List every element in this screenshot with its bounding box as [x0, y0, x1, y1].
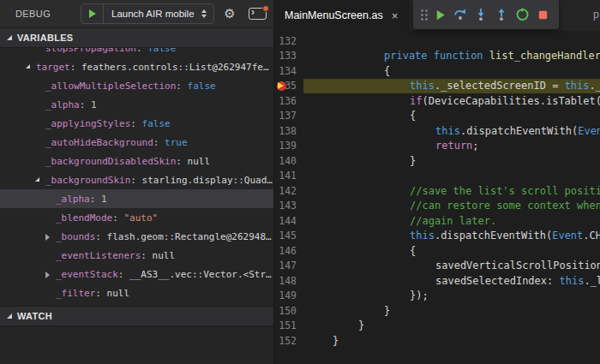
continue-button[interactable]: [429, 3, 450, 27]
close-icon[interactable]: ×: [392, 10, 399, 21]
code-line[interactable]: 151}: [274, 319, 600, 334]
line-number[interactable]: 151: [274, 319, 303, 331]
line-number[interactable]: 148: [274, 275, 303, 287]
variable-text: _alpha: 1: [0, 194, 107, 205]
step-over-button[interactable]: [450, 3, 471, 27]
line-number[interactable]: 146: [274, 245, 303, 257]
launch-configuration-label: Launch AIR mobile: [104, 9, 198, 19]
variable-row[interactable]: _backgroundSkin: starling.display::Quad…: [0, 170, 273, 189]
code-line[interactable]: 136if(DeviceCapabilities.isTablet(S: [274, 93, 600, 109]
code-line[interactable]: 146{: [274, 243, 600, 259]
expand-arrow-icon[interactable]: [45, 234, 50, 241]
watch-section-header[interactable]: WATCH: [0, 306, 273, 326]
variables-section-header[interactable]: VARIABLES: [0, 27, 273, 48]
line-number[interactable]: 134: [274, 65, 303, 77]
variable-text: _eventListeners: null: [0, 250, 175, 261]
code-line[interactable]: 148savedSelectedIndex: this._li: [274, 273, 600, 289]
code-line-content: });: [303, 289, 600, 304]
line-number[interactable]: 145: [274, 230, 303, 242]
variable-row[interactable]: _backgroundDisabledSkin: null: [0, 152, 273, 170]
start-debug-button[interactable]: [81, 4, 104, 23]
line-number[interactable]: 149: [274, 289, 303, 301]
variable-row[interactable]: _alpha: 1: [0, 95, 273, 114]
variable-row[interactable]: _bounds: flash.geom::Rectangle@262948…: [0, 227, 273, 246]
variable-text: _filter: null: [0, 288, 129, 299]
code-line[interactable]: 133private function list_changeHandler(: [274, 49, 600, 64]
code-line[interactable]: 142//save the list's scroll positio: [274, 183, 600, 199]
line-number[interactable]: 136: [274, 95, 303, 107]
step-out-button[interactable]: [491, 3, 512, 27]
debug-console-icon[interactable]: [249, 8, 267, 20]
restart-button[interactable]: [512, 3, 532, 27]
variable-row[interactable]: target: feathers.controls::List@262947fe…: [0, 57, 273, 76]
collapse-arrow-icon[interactable]: [35, 177, 39, 182]
variable-row[interactable]: _eventListeners: null: [0, 246, 273, 265]
line-number[interactable]: 152: [274, 335, 303, 347]
variable-text: _autoHideBackground: true: [0, 137, 188, 148]
variable-row[interactable]: _applyingStyles: false: [0, 114, 273, 133]
variable-row[interactable]: _autoHideBackground: true: [0, 133, 273, 152]
line-number[interactable]: 150: [274, 305, 303, 317]
line-number[interactable]: 132: [274, 35, 303, 47]
launch-configuration-control[interactable]: Launch AIR mobile: [81, 3, 214, 24]
code-token: .dispatchEventWith(: [435, 230, 552, 242]
variable-row[interactable]: _blendMode: "auto": [0, 208, 273, 227]
variable-separator: :: [95, 231, 106, 242]
code-line[interactable]: 134{: [274, 63, 600, 79]
code-line[interactable]: 149});: [274, 289, 600, 304]
code-token: ._selectedScreenID =: [435, 80, 565, 92]
breakpoint-current-line-icon[interactable]: [277, 81, 286, 91]
code-line[interactable]: 137{: [274, 109, 600, 124]
code-line[interactable]: 144//again later.: [274, 213, 600, 229]
code-line-content: [303, 169, 600, 184]
variable-row[interactable]: _alpha: 1: [0, 189, 273, 208]
code-line[interactable]: 147savedVerticalScrollPosition:: [274, 259, 600, 274]
code-line[interactable]: 145this.dispatchEventWith(Event.CHA: [274, 229, 600, 244]
code-line[interactable]: 138this.dispatchEventWith(Event: [274, 123, 600, 139]
line-number[interactable]: 140: [274, 155, 303, 167]
code-token: this: [410, 80, 435, 92]
variable-row[interactable]: _allowMultipleSelection: false: [0, 76, 273, 95]
variable-separator: :: [176, 156, 187, 167]
code-line[interactable]: 139return;: [274, 139, 600, 154]
code-line[interactable]: 141: [274, 169, 600, 184]
code-viewport[interactable]: 132133private function list_changeHandle…: [274, 31, 600, 349]
collapse-arrow-icon[interactable]: [26, 64, 30, 69]
variable-row[interactable]: stopsPropagation: false: [0, 48, 273, 57]
code-line[interactable]: 135this._selectedScreenID = this._li: [274, 79, 600, 94]
variable-row[interactable]: _focusIndicatorSkin: null: [0, 302, 273, 306]
variable-row[interactable]: _eventStack: __AS3__.vec::Vector.<Str…: [0, 265, 273, 283]
line-number[interactable]: 143: [274, 200, 303, 212]
line-number[interactable]: 133: [274, 50, 303, 62]
variable-value: false: [142, 118, 171, 129]
line-number[interactable]: 141: [274, 170, 303, 182]
variable-row[interactable]: _filter: null: [0, 283, 273, 302]
line-number[interactable]: 144: [274, 215, 303, 227]
line-number[interactable]: 139: [274, 140, 303, 152]
code-line-content: }: [303, 319, 600, 334]
debug-sidebar: DEBUG Launch AIR mobile VARIABLES stopsP…: [0, 0, 274, 364]
dropdown-arrows-icon[interactable]: [201, 9, 207, 18]
drag-handle-icon[interactable]: [419, 3, 429, 27]
variable-separator: :: [130, 175, 141, 186]
code-line[interactable]: 132: [274, 33, 600, 49]
variable-text: stopsPropagation: false: [0, 48, 176, 54]
variable-separator: :: [176, 81, 187, 92]
expand-arrow-icon[interactable]: [45, 272, 50, 278]
code-line[interactable]: 143//can restore some context when: [274, 199, 600, 214]
gear-icon[interactable]: [222, 6, 237, 21]
step-into-button[interactable]: [471, 3, 491, 27]
code-line-content: {: [303, 243, 600, 259]
code-token: list_changeHandler: [489, 50, 600, 62]
stop-button[interactable]: [532, 3, 553, 27]
code-line[interactable]: 150}: [274, 303, 600, 319]
line-number[interactable]: 138: [274, 125, 303, 137]
line-number[interactable]: 142: [274, 185, 303, 197]
line-number[interactable]: 137: [274, 110, 303, 122]
code-line[interactable]: 152}: [274, 333, 600, 349]
line-number[interactable]: 147: [274, 260, 303, 272]
code-token: {: [384, 65, 390, 77]
tab-overflow-fragment: p: [593, 9, 599, 21]
code-line[interactable]: 140}: [274, 153, 600, 169]
tab-mainmenuscreen[interactable]: MainMenuScreen.as ×: [274, 0, 409, 31]
